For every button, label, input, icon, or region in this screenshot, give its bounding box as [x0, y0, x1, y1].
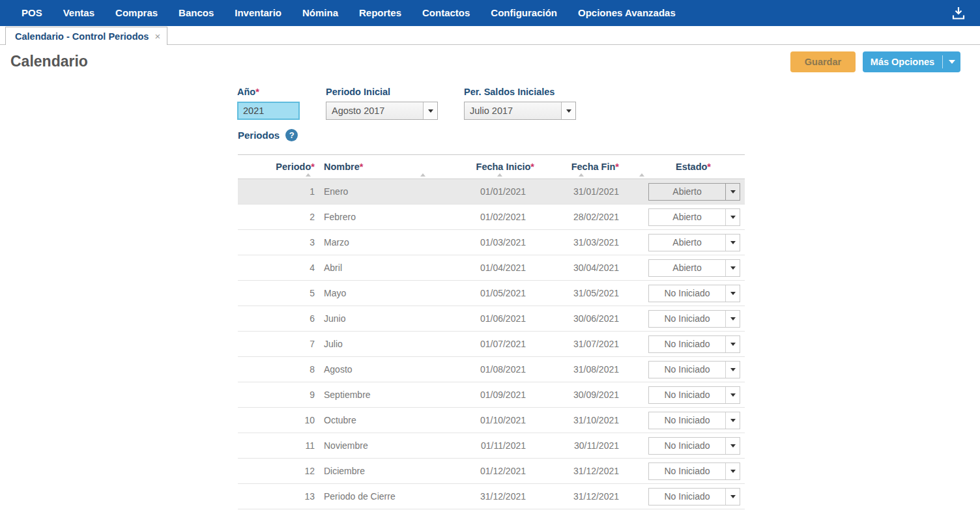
more-options-button[interactable]: Más Opciones: [863, 51, 960, 72]
more-options-caret[interactable]: [943, 60, 960, 64]
estado-select-button[interactable]: [725, 235, 740, 251]
estado-select[interactable]: No Iniciado: [648, 285, 740, 302]
estado-select[interactable]: No Iniciado: [648, 361, 740, 378]
initial-period-field-group: Periodo Inicial Agosto 2017: [326, 87, 438, 120]
estado-select-button[interactable]: [725, 362, 740, 378]
estado-select[interactable]: Abierto: [648, 183, 740, 201]
initial-period-dropdown[interactable]: Agosto 2017: [326, 102, 438, 120]
column-header-nombre[interactable]: Nombre*: [315, 162, 430, 172]
table-row[interactable]: 13 Periodo de Cierre 31/12/2021 31/12/20…: [238, 484, 745, 509]
estado-select-button[interactable]: [725, 285, 740, 302]
save-button[interactable]: Guardar: [790, 51, 856, 72]
estado-select[interactable]: No Iniciado: [648, 335, 740, 353]
estado-select-button[interactable]: [725, 260, 740, 276]
nav-item-pos[interactable]: POS: [11, 0, 53, 26]
estado-select-value: Abierto: [649, 212, 725, 222]
chevron-down-icon: [730, 266, 736, 270]
chevron-down-icon: [730, 444, 736, 448]
estado-select[interactable]: No Iniciado: [648, 386, 740, 404]
period-name-cell: Febrero: [315, 212, 430, 222]
close-icon[interactable]: ×: [154, 31, 160, 42]
estado-select-button[interactable]: [725, 209, 740, 225]
tab-calendario-control-periodos[interactable]: Calendario - Control Periodos ×: [5, 27, 167, 45]
estado-select[interactable]: No Iniciado: [648, 310, 740, 328]
estado-select[interactable]: No Iniciado: [648, 462, 740, 480]
download-icon[interactable]: [950, 5, 967, 21]
estado-select[interactable]: Abierto: [648, 259, 740, 277]
column-header-periodo[interactable]: Periodo*: [238, 162, 315, 172]
chevron-down-icon: [730, 216, 736, 219]
nav-item-inventario[interactable]: Inventario: [224, 0, 292, 26]
nav-item-bancos[interactable]: Bancos: [168, 0, 224, 26]
nav-item-contactos[interactable]: Contactos: [412, 0, 480, 26]
end-date-cell: 30/09/2021: [534, 390, 622, 400]
table-row[interactable]: 11 Noviembre 01/11/2021 30/11/2021 No In…: [238, 433, 745, 459]
end-date-cell: 30/04/2021: [534, 263, 622, 273]
year-input[interactable]: [237, 102, 300, 120]
estado-select-button[interactable]: [725, 387, 740, 403]
period-number-cell: 4: [238, 263, 315, 273]
help-icon[interactable]: ?: [285, 129, 298, 141]
estado-select-button[interactable]: [725, 489, 740, 505]
column-header-estado[interactable]: Estado*: [622, 162, 745, 172]
estado-select-button[interactable]: [725, 438, 740, 454]
estado-select[interactable]: No Iniciado: [648, 488, 740, 505]
chevron-down-icon: [730, 292, 736, 295]
balance-period-dropdown[interactable]: Julio 2017: [464, 102, 576, 120]
balance-period-dropdown-button[interactable]: [561, 102, 575, 119]
estado-select[interactable]: No Iniciado: [648, 412, 740, 429]
period-name-cell: Periodo de Cierre: [315, 491, 430, 502]
estado-select-button[interactable]: [725, 412, 740, 429]
table-row[interactable]: 2 Febrero 01/02/2021 28/02/2021 Abierto: [238, 205, 745, 230]
estado-select[interactable]: Abierto: [648, 208, 740, 226]
table-row[interactable]: 6 Junio 01/06/2021 30/06/2021 No Iniciad…: [238, 306, 745, 332]
estado-select-button[interactable]: [725, 311, 740, 327]
end-date-cell: 31/12/2021: [534, 491, 622, 502]
column-header-fecha-inicio[interactable]: Fecha Inicio*: [430, 162, 534, 172]
estado-select-button[interactable]: [725, 463, 740, 479]
tab-label: Calendario - Control Periodos: [15, 31, 149, 42]
periods-label: Periodos: [238, 130, 280, 141]
table-row[interactable]: 1 Enero 01/01/2021 31/01/2021 Abierto: [238, 179, 745, 205]
balance-period-label: Per. Saldos Iniciales: [464, 87, 576, 97]
start-date-cell: 01/09/2021: [430, 390, 534, 400]
estado-select-value: Abierto: [649, 263, 725, 273]
estado-select-button[interactable]: [725, 184, 740, 200]
table-row[interactable]: 8 Agosto 01/08/2021 31/08/2021 No Inicia…: [238, 357, 745, 382]
sort-indicator-icon: [306, 173, 311, 177]
estado-select-value: No Iniciado: [649, 339, 725, 349]
estado-select-button[interactable]: [725, 336, 740, 352]
table-row[interactable]: 7 Julio 01/07/2021 31/07/2021 No Iniciad…: [238, 332, 745, 357]
year-field-group: Año*: [237, 87, 300, 120]
nav-item-configuracion[interactable]: Configuración: [480, 0, 568, 26]
nav-item-nomina[interactable]: Nómina: [292, 0, 349, 26]
nav-item-ventas[interactable]: Ventas: [53, 0, 105, 26]
nav-item-reportes[interactable]: Reportes: [349, 0, 412, 26]
initial-period-value: Agosto 2017: [326, 106, 423, 116]
table-row[interactable]: 5 Mayo 01/05/2021 31/05/2021 No Iniciado: [238, 281, 745, 306]
estado-select[interactable]: No Iniciado: [648, 437, 740, 455]
nav-item-compras[interactable]: Compras: [105, 0, 168, 26]
start-date-cell: 01/11/2021: [430, 440, 534, 451]
table-row[interactable]: 4 Abril 01/04/2021 30/04/2021 Abierto: [238, 255, 745, 281]
chevron-down-icon: [730, 317, 736, 320]
period-name-cell: Diciembre: [315, 466, 430, 476]
initial-period-dropdown-button[interactable]: [423, 102, 437, 119]
table-row[interactable]: 3 Marzo 01/03/2021 31/03/2021 Abierto: [238, 230, 745, 255]
table-row[interactable]: 12 Diciembre 01/12/2021 31/12/2021 No In…: [238, 459, 745, 484]
period-number-cell: 7: [238, 339, 315, 349]
page-title: Calendario: [10, 53, 88, 70]
table-row[interactable]: 9 Septiembre 01/09/2021 30/09/2021 No In…: [238, 382, 745, 408]
periods-section-header: Periodos ?: [238, 129, 298, 141]
period-number-cell: 10: [238, 415, 315, 425]
start-date-cell: 01/12/2021: [430, 466, 534, 476]
table-row[interactable]: 10 Octubre 01/10/2021 31/10/2021 No Inic…: [238, 408, 745, 433]
end-date-cell: 30/11/2021: [534, 440, 622, 451]
period-number-cell: 2: [238, 212, 315, 222]
periods-table-header: Periodo* Nombre* Fecha Inicio* Fecha Fin…: [238, 154, 745, 179]
estado-select[interactable]: Abierto: [648, 234, 740, 251]
nav-item-opciones-avanzadas[interactable]: Opciones Avanzadas: [568, 0, 686, 26]
column-header-fecha-fin[interactable]: Fecha Fin*: [534, 162, 622, 172]
balance-period-value: Julio 2017: [465, 106, 561, 116]
end-date-cell: 31/12/2021: [534, 466, 622, 476]
